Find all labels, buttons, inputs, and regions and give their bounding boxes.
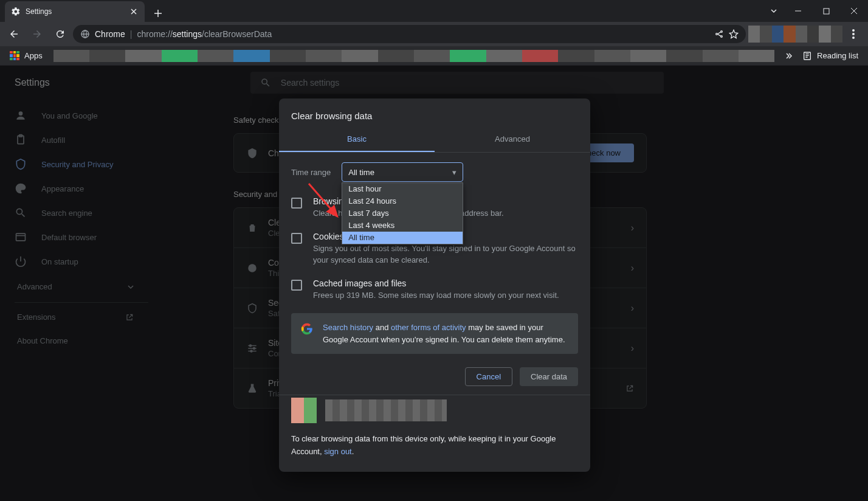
option-all-time[interactable]: All time bbox=[342, 232, 463, 244]
chrome-menu-button[interactable] bbox=[842, 24, 864, 44]
checkbox-cached[interactable] bbox=[291, 280, 302, 291]
minimize-button[interactable] bbox=[784, 1, 812, 21]
google-icon bbox=[301, 323, 313, 335]
tab-advanced[interactable]: Advanced bbox=[435, 127, 590, 152]
option-last-24-hours[interactable]: Last 24 hours bbox=[342, 195, 463, 207]
svg-point-5 bbox=[852, 29, 855, 32]
omnibox-chrome-label: Chrome bbox=[95, 29, 125, 39]
svg-rect-0 bbox=[824, 9, 829, 14]
time-range-label: Time range bbox=[291, 168, 331, 177]
redacted-extensions bbox=[748, 26, 842, 43]
option-last-4-weeks[interactable]: Last 4 weeks bbox=[342, 219, 463, 232]
apps-shortcut[interactable]: Apps bbox=[5, 49, 47, 63]
bookmark-icon[interactable] bbox=[729, 29, 739, 39]
browser-tab[interactable]: Settings bbox=[5, 1, 145, 22]
omnibox[interactable]: Chrome | chrome://settings/clearBrowserD… bbox=[73, 25, 746, 43]
toolbar: Chrome | chrome://settings/clearBrowserD… bbox=[0, 22, 868, 46]
dialog-footer-text: To clear browsing data from this device … bbox=[279, 429, 590, 472]
new-tab-button[interactable] bbox=[150, 5, 167, 22]
checkbox-cookies[interactable] bbox=[291, 233, 302, 244]
redacted-avatar bbox=[291, 398, 317, 423]
time-range-select[interactable]: All time ▾ Last hour Last 24 hours Last … bbox=[342, 162, 463, 182]
share-icon[interactable] bbox=[714, 29, 724, 39]
tab-search-icon[interactable] bbox=[763, 1, 784, 21]
caret-down-icon: ▾ bbox=[452, 168, 456, 177]
close-tab-icon[interactable] bbox=[129, 7, 139, 16]
svg-point-3 bbox=[721, 31, 723, 33]
clear-data-button[interactable]: Clear data bbox=[520, 367, 578, 386]
toolbar-extensions bbox=[748, 24, 864, 44]
reload-button[interactable] bbox=[50, 24, 71, 44]
site-info-icon[interactable] bbox=[80, 29, 90, 39]
apps-label: Apps bbox=[24, 51, 43, 60]
dialog-tabs: Basic Advanced bbox=[279, 127, 590, 153]
svg-point-7 bbox=[852, 36, 855, 39]
apps-icon bbox=[10, 51, 19, 61]
other-activity-link[interactable]: other forms of activity bbox=[391, 323, 466, 332]
check-cached: Cached images and filesFrees up 319 MB. … bbox=[291, 272, 578, 308]
reading-list-button[interactable]: Reading list bbox=[797, 49, 863, 63]
checkbox-browsing-history[interactable] bbox=[291, 198, 302, 209]
titlebar: Settings bbox=[0, 0, 868, 22]
sign-out-link[interactable]: sign out bbox=[324, 447, 352, 456]
tab-basic[interactable]: Basic bbox=[279, 127, 435, 152]
option-last-hour[interactable]: Last hour bbox=[342, 183, 463, 195]
google-activity-info: Search history and other forms of activi… bbox=[291, 313, 578, 354]
bookmarks-overflow-icon[interactable] bbox=[780, 47, 797, 64]
redacted-account-text bbox=[325, 399, 447, 421]
dialog-title: Clear browsing data bbox=[279, 98, 590, 127]
bookmarks-bar: Apps Reading list bbox=[0, 46, 868, 66]
svg-point-4 bbox=[721, 36, 723, 38]
omnibox-url: chrome://settings/clearBrowserData bbox=[137, 29, 272, 39]
gear-icon bbox=[11, 7, 21, 16]
option-last-7-days[interactable]: Last 7 days bbox=[342, 207, 463, 219]
forward-button[interactable] bbox=[27, 24, 47, 44]
window-controls bbox=[763, 0, 868, 22]
svg-point-6 bbox=[852, 33, 855, 35]
time-range-dropdown: Last hour Last 24 hours Last 7 days Last… bbox=[342, 182, 463, 244]
clear-browsing-data-dialog: Clear browsing data Basic Advanced Time … bbox=[279, 98, 590, 472]
search-history-link[interactable]: Search history bbox=[323, 323, 373, 332]
close-window-button[interactable] bbox=[840, 1, 868, 21]
svg-point-2 bbox=[716, 33, 718, 35]
cancel-button[interactable]: Cancel bbox=[465, 367, 512, 386]
tab-title: Settings bbox=[26, 7, 124, 16]
time-range-value: All time bbox=[348, 168, 374, 177]
reading-list-label: Reading list bbox=[817, 51, 858, 60]
dialog-account-row bbox=[279, 395, 590, 429]
back-button[interactable] bbox=[4, 24, 24, 44]
redacted-bookmarks bbox=[53, 50, 774, 62]
reading-list-icon bbox=[802, 51, 812, 61]
maximize-button[interactable] bbox=[812, 1, 840, 21]
dialog-actions: Cancel Clear data bbox=[279, 359, 590, 395]
